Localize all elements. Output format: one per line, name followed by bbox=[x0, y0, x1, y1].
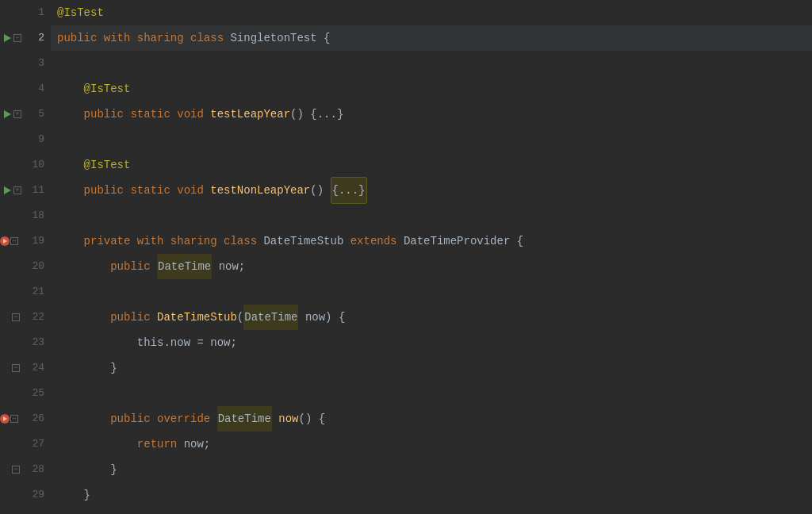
code-line-29: } bbox=[51, 482, 812, 508]
body-27: now; bbox=[184, 432, 211, 457]
gutter-row-26: − 26 bbox=[0, 406, 48, 432]
fold-icon-28[interactable]: − bbox=[12, 466, 20, 474]
line-number-29: 29 bbox=[25, 482, 48, 508]
run-icon-11[interactable] bbox=[2, 185, 13, 196]
methodname-26: now bbox=[278, 406, 298, 432]
gutter-row-27: 27 bbox=[0, 432, 48, 457]
line-controls-26[interactable]: − bbox=[0, 414, 25, 424]
breakpoint-26[interactable] bbox=[0, 414, 10, 424]
run-icon-5[interactable] bbox=[2, 109, 13, 120]
indent-10 bbox=[57, 152, 84, 178]
line-number-4: 4 bbox=[25, 76, 48, 102]
fold-icon-26[interactable]: − bbox=[10, 415, 18, 423]
gutter-row-30: 30 bbox=[0, 508, 48, 514]
kw-override-26: override bbox=[157, 406, 217, 432]
annotation-4: @IsTest bbox=[84, 76, 131, 102]
classname2-19: DateTimeProvider bbox=[404, 228, 517, 254]
kw-public-11: public bbox=[84, 178, 131, 203]
code-line-24: } bbox=[51, 355, 812, 381]
code-line-19: private with sharing class DateTimeStub … bbox=[51, 228, 812, 254]
field-20: now; bbox=[212, 254, 245, 279]
indent-26 bbox=[57, 406, 110, 432]
classname-2: SingletonTest bbox=[230, 25, 324, 51]
code-line-9 bbox=[51, 127, 812, 152]
line-number-21: 21 bbox=[25, 279, 48, 305]
line-controls-5[interactable]: + bbox=[0, 109, 25, 120]
code-content: @IsTest public with sharing class Single… bbox=[51, 0, 812, 514]
close-28: } bbox=[57, 457, 117, 482]
fold-icon-19[interactable]: − bbox=[10, 237, 18, 245]
code-line-5: public static void testLeapYear() {...} bbox=[51, 102, 812, 127]
gutter-row-4: 4 bbox=[0, 76, 48, 102]
line-number-18: 18 bbox=[25, 203, 48, 228]
line-number-1: 1 bbox=[25, 0, 48, 25]
gutter-row-9: 9 bbox=[0, 127, 48, 152]
code-line-1: @IsTest bbox=[51, 0, 812, 25]
gutter-row-2: − 2 bbox=[0, 25, 48, 51]
method-5: testLeapYear bbox=[210, 102, 290, 127]
code-line-2: public with sharing class SingletonTest … bbox=[51, 25, 812, 51]
line-number-26: 26 bbox=[25, 406, 48, 432]
gutter-row-28: − 28 bbox=[0, 457, 48, 482]
fold-icon-5[interactable]: + bbox=[13, 110, 21, 118]
breakpoint-19[interactable] bbox=[0, 236, 10, 246]
gutter-row-10: 10 bbox=[0, 152, 48, 178]
param-22: now) { bbox=[298, 305, 345, 330]
kw-private-19: private bbox=[84, 228, 137, 254]
line-controls-28[interactable]: − bbox=[0, 466, 25, 474]
gutter-row-18: 18 bbox=[0, 203, 48, 228]
line-number-20: 20 bbox=[25, 254, 48, 279]
indent-19 bbox=[57, 228, 84, 254]
kw-static-5: static bbox=[130, 102, 177, 127]
fold-icon-2[interactable]: − bbox=[13, 34, 21, 42]
method-22: DateTimeStub bbox=[157, 305, 237, 330]
line-number-5: 5 bbox=[25, 102, 48, 127]
gutter-row-11: + 11 bbox=[0, 178, 48, 203]
fold-icon-11[interactable]: + bbox=[13, 186, 21, 194]
kw-class-19: class bbox=[224, 228, 263, 254]
method-11: testNonLeapYear bbox=[210, 178, 310, 203]
bracket-19: { bbox=[517, 228, 523, 254]
fold-icon-22[interactable]: − bbox=[12, 313, 20, 321]
indent-27 bbox=[57, 432, 137, 457]
annotation-10: @IsTest bbox=[84, 152, 131, 178]
body-5: {...} bbox=[310, 102, 343, 127]
kw-public-26: public bbox=[110, 406, 157, 432]
line-number-25: 25 bbox=[25, 381, 48, 406]
kw-static-11: static bbox=[130, 178, 177, 203]
line-controls-11[interactable]: + bbox=[0, 185, 25, 196]
code-line-22: public DateTimeStub(DateTime now) { bbox=[51, 305, 812, 330]
code-line-4: @IsTest bbox=[51, 76, 812, 102]
kw-public-20: public bbox=[110, 254, 157, 279]
run-icon-2[interactable] bbox=[2, 33, 13, 44]
line-controls-19[interactable]: − bbox=[0, 236, 25, 246]
line-number-30: 30 bbox=[25, 508, 48, 514]
paren-26: () { bbox=[299, 406, 326, 432]
line-number-28: 28 bbox=[25, 457, 48, 482]
line-controls-2[interactable]: − bbox=[0, 33, 25, 44]
code-line-11: public static void testNonLeapYear() {..… bbox=[51, 178, 812, 203]
code-line-10: @IsTest bbox=[51, 152, 812, 178]
kw-void-11: void bbox=[177, 178, 210, 203]
code-line-26: public override DateTime now() { bbox=[51, 406, 812, 432]
code-line-3 bbox=[51, 51, 812, 76]
line-number-9: 9 bbox=[25, 127, 48, 152]
gutter-row-21: 21 bbox=[0, 279, 48, 305]
kw-extends-19: extends bbox=[350, 228, 404, 254]
line-number-23: 23 bbox=[25, 330, 48, 355]
kw-public-5: public bbox=[84, 102, 131, 127]
indent-4 bbox=[57, 76, 84, 102]
fold-icon-24[interactable]: − bbox=[12, 364, 20, 372]
paren-5: () bbox=[290, 102, 310, 127]
line-controls-24[interactable]: − bbox=[0, 364, 25, 372]
line-controls-22[interactable]: − bbox=[0, 313, 25, 321]
kw-void-5: void bbox=[177, 102, 210, 127]
paren-11: () bbox=[310, 178, 330, 203]
indent-11 bbox=[57, 178, 84, 203]
type-20: DateTime bbox=[157, 254, 212, 279]
type-22: DateTime bbox=[243, 305, 298, 330]
kw-public-22: public bbox=[110, 305, 157, 330]
code-line-28: } bbox=[51, 457, 812, 482]
gutter-row-22: − 22 bbox=[0, 305, 48, 330]
type-26: DateTime bbox=[217, 406, 272, 432]
